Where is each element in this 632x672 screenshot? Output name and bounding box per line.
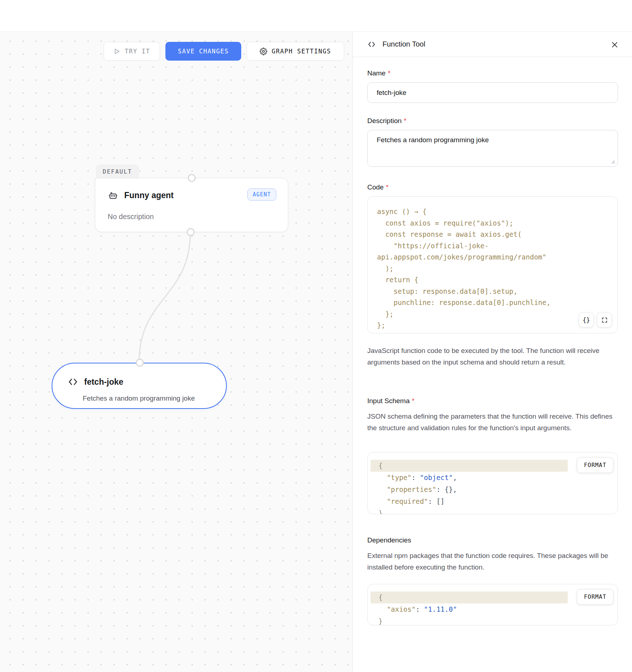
tool-node-fetch-joke[interactable]: fetch-joke Fetches a random programming … xyxy=(52,363,227,409)
graph-canvas[interactable]: TRY IT SAVE CHANGES GRAPH SETTINGS DEFAU… xyxy=(0,32,352,672)
agent-node[interactable]: Funny agent AGENT No description xyxy=(95,178,288,232)
expand-fullscreen-button[interactable] xyxy=(597,313,612,327)
dependencies-editor[interactable]: FORMAT { "axios": "1.11.0"} xyxy=(367,584,618,625)
save-changes-label: SAVE CHANGES xyxy=(178,48,229,55)
try-it-label: TRY IT xyxy=(125,48,150,55)
panel-title: Function Tool xyxy=(382,40,425,48)
input-schema-help-text: JSON schema defining the parameters that… xyxy=(367,411,618,434)
tool-node-top-handle[interactable] xyxy=(136,359,144,367)
function-tool-panel: Function Tool Name* Description* Fetches… xyxy=(352,32,632,672)
braces-button-label: {} xyxy=(583,317,590,324)
format-schema-button[interactable]: FORMAT xyxy=(577,458,613,473)
app-window: TRY IT SAVE CHANGES GRAPH SETTINGS DEFAU… xyxy=(0,0,632,672)
code-label: Code* xyxy=(367,183,389,191)
agent-badge: AGENT xyxy=(247,188,276,201)
group-tab-label: DEFAULT xyxy=(103,168,132,175)
close-panel-button[interactable] xyxy=(610,40,620,50)
fullscreen-icon xyxy=(601,317,608,323)
top-bar xyxy=(0,0,632,32)
agent-node-bottom-handle[interactable] xyxy=(187,228,195,236)
input-schema-label: Input Schema* xyxy=(367,397,415,405)
gear-icon xyxy=(260,48,267,55)
input-schema-editor[interactable]: FORMAT { "type": "object", "properties":… xyxy=(367,452,618,514)
required-asterisk: * xyxy=(404,117,406,125)
name-input[interactable] xyxy=(367,82,618,103)
save-changes-button[interactable]: SAVE CHANGES xyxy=(165,42,241,61)
graph-settings-button[interactable]: GRAPH SETTINGS xyxy=(247,42,344,61)
agent-node-title: Funny agent xyxy=(124,191,174,200)
format-dependencies-button[interactable]: FORMAT xyxy=(577,589,613,605)
required-asterisk: * xyxy=(388,69,390,77)
robot-icon xyxy=(108,190,118,201)
required-asterisk: * xyxy=(386,183,388,191)
graph-settings-label: GRAPH SETTINGS xyxy=(272,48,331,55)
description-label: Description* xyxy=(367,117,406,125)
close-icon xyxy=(611,41,619,49)
agent-node-description: No description xyxy=(108,213,154,221)
try-it-button[interactable]: TRY IT xyxy=(104,42,160,61)
agent-node-top-handle[interactable] xyxy=(188,174,196,182)
dependencies-label: Dependencies xyxy=(367,536,411,544)
code-help-text: JavaScript function code to be executed … xyxy=(367,345,618,368)
tool-node-description: Fetches a random programming joke xyxy=(83,394,195,402)
edge-agent-to-tool xyxy=(139,232,190,363)
play-icon xyxy=(113,48,120,55)
name-label: Name* xyxy=(367,69,390,77)
code-editor[interactable]: {} async () ⇒ { const axios = require("a… xyxy=(367,196,618,333)
tool-node-title: fetch-joke xyxy=(84,377,124,387)
code-icon xyxy=(68,376,78,387)
group-tab-default[interactable]: DEFAULT xyxy=(96,165,139,178)
edge-layer xyxy=(0,32,352,672)
required-asterisk: * xyxy=(412,397,414,405)
braces-button[interactable]: {} xyxy=(579,313,594,327)
description-textarea[interactable]: Fetches a random programming joke xyxy=(367,130,618,167)
function-tool-icon xyxy=(367,40,376,49)
dependencies-help-text: External npm packages that the function … xyxy=(367,550,618,573)
panel-header: Function Tool xyxy=(353,32,632,57)
